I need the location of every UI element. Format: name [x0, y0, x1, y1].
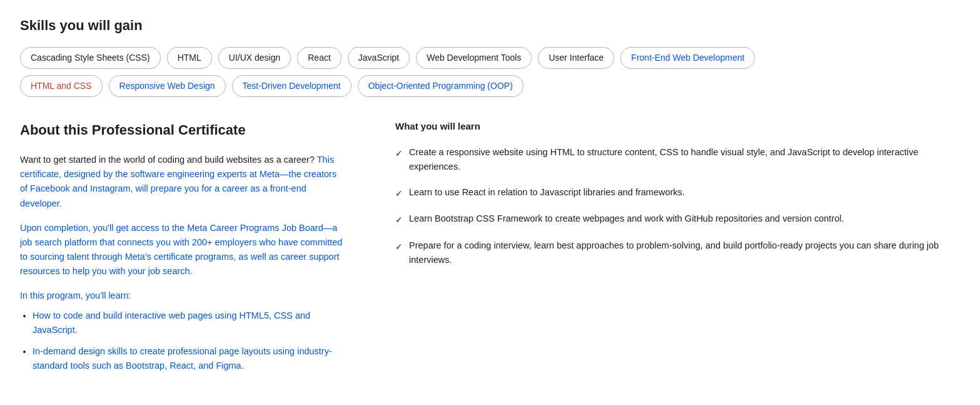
learn-item-text-1: Create a responsive website using HTML t… — [409, 145, 960, 174]
skill-tag: HTML and CSS — [20, 75, 103, 97]
learn-item-3: ✓Learn Bootstrap CSS Framework to create… — [395, 212, 960, 227]
learn-item-text-4: Prepare for a coding interview, learn be… — [409, 238, 960, 267]
learn-list: ✓Create a responsive website using HTML … — [395, 145, 960, 268]
learn-item-2: ✓Learn to use React in relation to Javas… — [395, 185, 960, 200]
bullet-item-1: How to code and build interactive web pa… — [33, 309, 345, 337]
about-para-1: Want to get started in the world of codi… — [20, 153, 345, 211]
about-title: About this Professional Certificate — [20, 120, 345, 140]
skill-tag: Responsive Web Design — [109, 75, 226, 97]
skills-row-2: HTML and CSSResponsive Web DesignTest-Dr… — [20, 75, 960, 97]
bullet-item-2: In-demand design skills to create profes… — [33, 344, 345, 373]
about-para-2: Upon completion, you'll get access to th… — [20, 221, 345, 279]
check-icon: ✓ — [395, 213, 403, 227]
learn-item-text-2: Learn to use React in relation to Javasc… — [409, 185, 685, 200]
about-section: About this Professional Certificate Want… — [20, 120, 960, 379]
about-para2-link[interactable]: Upon completion, you'll get access to th… — [20, 223, 342, 277]
check-icon: ✓ — [395, 146, 403, 160]
skills-section: Skills you will gain Cascading Style She… — [20, 15, 960, 97]
skill-tag: HTML — [167, 47, 212, 69]
skills-row-1: Cascading Style Sheets (CSS)HTMLUI/UX de… — [20, 47, 960, 69]
skill-tag: JavaScript — [348, 47, 410, 69]
about-para1-plain: Want to get started in the world of codi… — [20, 155, 317, 165]
skills-title: Skills you will gain — [20, 15, 960, 36]
learn-item-4: ✓Prepare for a coding interview, learn b… — [395, 238, 960, 267]
skill-tag: User Interface — [538, 47, 614, 69]
about-right: What you will learn ✓Create a responsive… — [395, 120, 960, 379]
skill-tag: UI/UX design — [218, 47, 291, 69]
skill-tag: Object-Oriented Programming (OOP) — [358, 75, 523, 97]
about-left: About this Professional Certificate Want… — [20, 120, 345, 379]
check-icon: ✓ — [395, 240, 403, 254]
bullet-link-1[interactable]: How to code and build interactive web pa… — [33, 310, 310, 335]
skill-tag: Test-Driven Development — [232, 75, 351, 97]
what-learn-title: What you will learn — [395, 120, 960, 134]
learn-item-1: ✓Create a responsive website using HTML … — [395, 145, 960, 174]
skill-tag: Web Development Tools — [416, 47, 532, 69]
learn-item-text-3: Learn Bootstrap CSS Framework to create … — [409, 212, 844, 226]
bullet-list: How to code and build interactive web pa… — [20, 309, 345, 373]
skill-tag: Front-End Web Development — [620, 47, 755, 69]
bullet-link-2[interactable]: In-demand design skills to create profes… — [33, 346, 332, 371]
check-icon: ✓ — [395, 187, 403, 200]
in-program-label: In this program, you'll learn: — [20, 289, 345, 303]
skill-tag: React — [297, 47, 341, 69]
skill-tag: Cascading Style Sheets (CSS) — [20, 47, 161, 69]
